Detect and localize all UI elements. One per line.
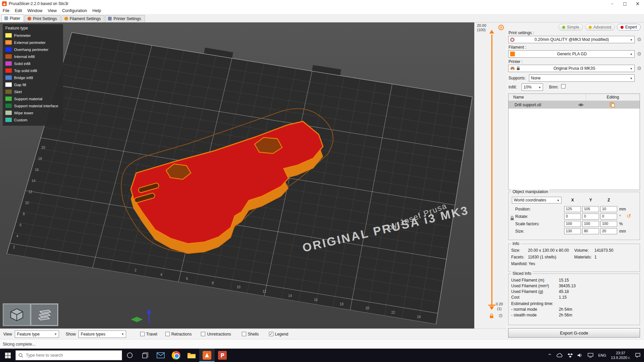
close-button[interactable]: ×	[631, 0, 644, 7]
menu-edit[interactable]: Edit	[12, 7, 25, 14]
3d-viewport[interactable]: 246810121416182022242018161412108642 ORI…	[0, 22, 474, 328]
menu-help[interactable]: Help	[90, 7, 104, 14]
menu-window[interactable]: Window	[25, 7, 45, 14]
uniform-scale-lock-icon[interactable]	[510, 216, 514, 221]
reset-rotation-icon[interactable]: ↺	[627, 213, 631, 219]
legend-checkbox[interactable]: ✓ Legend	[269, 332, 288, 337]
menu-file[interactable]: File	[0, 7, 12, 14]
unretractions-checkbox[interactable]: Unretractions	[201, 332, 231, 337]
checkbox-box	[242, 332, 246, 336]
volume-icon[interactable]	[578, 353, 583, 358]
taskbar-clock[interactable]: 23:37 13.9.2020 г.	[611, 351, 630, 360]
task-view-button[interactable]	[138, 349, 153, 362]
dropbox-icon[interactable]	[568, 353, 573, 358]
scale-unit: %	[619, 222, 623, 226]
print-settings-select[interactable]: 0.20mm QUALITY @MK3 Mod (modified) ▾	[508, 36, 635, 43]
menu-view[interactable]: View	[45, 7, 59, 14]
task-view-icon	[142, 352, 148, 358]
chrome-app-button[interactable]	[168, 349, 184, 362]
tab-printer-settings[interactable]: Printer Settings	[105, 15, 145, 22]
slider-settings-gear-icon[interactable]: ⚙	[498, 313, 503, 319]
bed-axis-number: 18	[38, 157, 42, 161]
onedrive-cloud-icon[interactable]	[556, 353, 563, 358]
mail-app-button[interactable]	[153, 349, 168, 362]
rotate-y-input[interactable]: 0	[582, 214, 599, 220]
lock-icon[interactable]	[489, 313, 494, 318]
taskbar-search[interactable]	[15, 350, 122, 360]
shells-checkbox[interactable]: Shells	[242, 332, 259, 337]
layer-slider-track[interactable]	[491, 35, 492, 306]
view-select[interactable]: Feature type ▾	[15, 330, 59, 338]
legend-swatch	[5, 82, 12, 87]
tab-plater[interactable]: Plater	[1, 14, 24, 22]
eye-visibility-icon[interactable]	[578, 103, 584, 107]
layer-slider-lower-handle[interactable]	[488, 305, 495, 306]
position-z-input[interactable]: 10	[600, 206, 617, 212]
travel-checkbox[interactable]: Travel	[140, 332, 157, 337]
mode-expert-button[interactable]: Expert	[617, 24, 641, 31]
mode-simple-button[interactable]: Simple	[558, 24, 583, 31]
print-settings-g ear-button[interactable]: ⚙	[636, 36, 643, 43]
size-z-input[interactable]: 20	[600, 228, 617, 234]
scale-x-input[interactable]: 100	[564, 221, 581, 227]
brim-checkbox[interactable]	[561, 84, 566, 88]
notification-center-icon[interactable]	[635, 353, 641, 358]
editor-view-button[interactable]	[4, 304, 30, 325]
checkbox-box	[201, 332, 205, 336]
printer-settings-icon	[108, 17, 112, 20]
preview-view-button[interactable]	[31, 304, 57, 325]
sliced-row-value: 15.15	[559, 278, 569, 283]
legend-item: Wipe tower	[5, 109, 60, 116]
show-select[interactable]: Feature types ▾	[78, 330, 126, 338]
size-y-input[interactable]: 80	[582, 228, 599, 234]
rotate-x-input[interactable]: 0	[564, 214, 581, 220]
tab-print-settings[interactable]: Print Settings	[24, 15, 60, 22]
rotate-z-input[interactable]: 0	[600, 214, 617, 220]
feature-type-legend: Feature type Perimeter External perimete…	[3, 24, 63, 126]
tab-filament-settings[interactable]: Filament Settings	[61, 15, 105, 22]
object-row-drill-support[interactable]: Drill support.stl	[508, 101, 640, 109]
coordinate-system-select[interactable]: World coordinates ▾	[512, 197, 561, 203]
brim-label: Brim:	[549, 85, 558, 89]
scale-z-input[interactable]: 100	[600, 221, 617, 227]
maximize-button[interactable]: □	[619, 0, 631, 7]
add-color-change-button[interactable]: +	[498, 25, 504, 30]
search-input[interactable]	[26, 353, 110, 358]
position-y-input[interactable]: 105	[582, 206, 599, 212]
prusaslicer-taskbar-button[interactable]	[199, 349, 215, 362]
start-button[interactable]	[0, 349, 15, 362]
statusbar: Slicing complete...	[0, 339, 644, 349]
system-tray: ^ ENG 23:37 13.9.2020 г.	[548, 351, 644, 360]
minimize-button[interactable]: –	[606, 0, 619, 7]
filament-select[interactable]: Generic PLA GD ▾	[508, 50, 635, 58]
tray-chevron-up-icon[interactable]: ^	[548, 353, 552, 358]
network-icon[interactable]	[588, 353, 593, 358]
info-materials-value: 1	[594, 255, 597, 259]
mode-advanced-button[interactable]: Advanced	[585, 24, 615, 31]
print-settings-value: 0.20mm QUALITY @MK3 Mod (modified)	[516, 37, 627, 42]
legend-swatch	[5, 97, 12, 101]
chrome-icon	[172, 351, 180, 360]
printer-select[interactable]: Original Prusa i3 MK3S ▾	[508, 65, 635, 72]
infill-select[interactable]: 10% ▾	[522, 83, 543, 91]
sliced-row-value: 2h 56m	[559, 313, 572, 317]
powerpoint-app-button[interactable]: P	[215, 349, 230, 362]
retractions-checkbox[interactable]: Retractions	[165, 332, 192, 337]
legend-item: Internal infill	[5, 53, 60, 60]
position-x-input[interactable]: 125	[564, 206, 581, 212]
scale-y-input[interactable]: 100	[582, 221, 599, 227]
file-explorer-button[interactable]	[184, 349, 199, 362]
language-indicator[interactable]: ENG	[598, 353, 606, 357]
legend-item: Solid infill	[5, 60, 60, 67]
printer-gear-button[interactable]: ⚙	[636, 65, 643, 72]
menu-configuration[interactable]: Configuration	[59, 7, 90, 14]
edit-object-icon[interactable]	[610, 102, 615, 108]
layer-slider-down-arrow[interactable]	[489, 306, 494, 310]
filament-gear-button[interactable]: ⚙	[636, 50, 643, 58]
cortana-button[interactable]	[122, 349, 138, 362]
clock-time: 23:37	[611, 351, 630, 355]
size-x-input[interactable]: 130	[564, 228, 581, 234]
export-gcode-button[interactable]: Export G-code	[508, 328, 640, 338]
supports-select[interactable]: None ▾	[529, 74, 635, 82]
layer-slider-upper-handle[interactable]	[489, 30, 494, 34]
